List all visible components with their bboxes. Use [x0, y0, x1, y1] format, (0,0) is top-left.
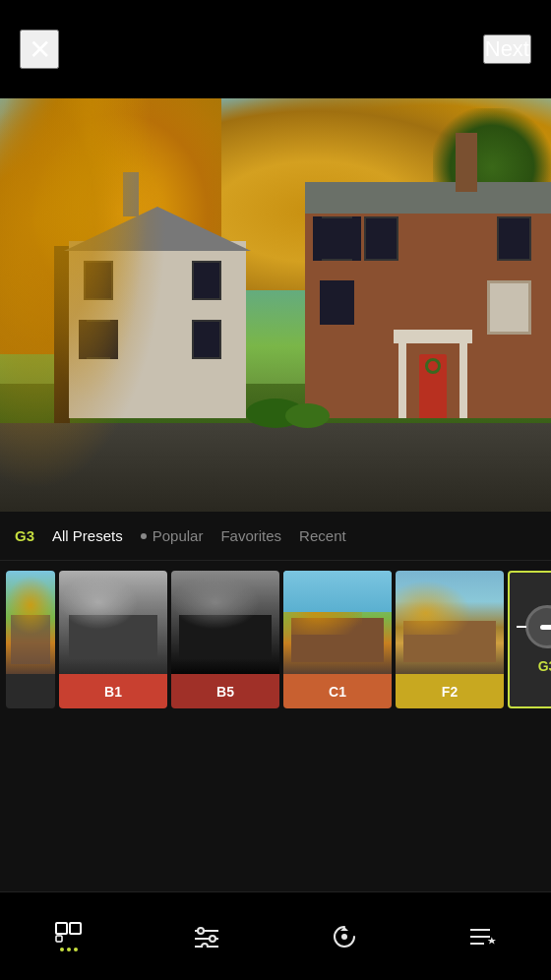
toolbar-dots	[60, 948, 78, 951]
toolbar-revert-button[interactable]	[331, 923, 358, 950]
tab-popular[interactable]: Popular	[141, 527, 204, 544]
preset-label-f2: F2	[396, 674, 504, 708]
filter-tabs: G3 All Presets Popular Favorites Recent	[0, 512, 551, 561]
house-right	[305, 207, 551, 418]
preset-item-partial[interactable]	[6, 571, 55, 708]
preset-label-c1: C1	[283, 674, 392, 708]
svg-point-4	[198, 928, 204, 934]
bottom-toolbar	[0, 891, 551, 980]
preset-label-b5: B5	[171, 674, 279, 708]
preset-g3-label: G3	[538, 658, 551, 674]
house-left	[69, 241, 246, 418]
revert-icon	[331, 923, 358, 950]
svg-point-6	[210, 936, 215, 942]
svg-point-9	[341, 934, 347, 940]
preset-item-f2[interactable]: F2	[396, 571, 504, 708]
toolbar-custom-button[interactable]	[468, 926, 496, 948]
tree-trunk	[54, 246, 70, 423]
preset-item-g3-selected[interactable]: G3	[508, 571, 551, 708]
presets-row: B1 B5 C1	[0, 561, 551, 718]
tab-favorites[interactable]: Favorites	[220, 527, 281, 544]
top-bar: ✕ Next	[0, 0, 551, 98]
tab-recent[interactable]: Recent	[299, 527, 346, 544]
next-button[interactable]: Next	[483, 34, 531, 64]
toolbar-adjust-button[interactable]	[193, 926, 220, 948]
photo-preview	[0, 98, 551, 512]
preset-label-partial	[6, 674, 55, 708]
svg-rect-2	[56, 936, 62, 942]
tab-g3[interactable]: G3	[15, 527, 34, 544]
svg-rect-1	[70, 923, 81, 934]
filter-squares-icon	[55, 922, 83, 944]
preset-item-b1[interactable]: B1	[59, 571, 167, 708]
toolbar-filters-button[interactable]	[55, 922, 83, 951]
preset-item-c1[interactable]: C1	[283, 571, 392, 708]
svg-rect-0	[56, 923, 67, 934]
svg-point-8	[202, 944, 208, 948]
bottom-panel: G3 All Presets Popular Favorites Recent	[0, 512, 551, 980]
portico	[394, 330, 472, 418]
tab-all-presets[interactable]: All Presets	[52, 527, 123, 544]
star-list-icon	[468, 926, 496, 948]
preset-item-b5[interactable]: B5	[171, 571, 279, 708]
popular-dot	[141, 533, 147, 539]
preset-label-b1: B1	[59, 674, 167, 708]
sliders-icon	[193, 926, 220, 948]
photo-scene	[0, 98, 551, 512]
svg-marker-13	[488, 937, 496, 944]
close-button[interactable]: ✕	[20, 30, 59, 69]
knob-icon	[525, 605, 551, 648]
